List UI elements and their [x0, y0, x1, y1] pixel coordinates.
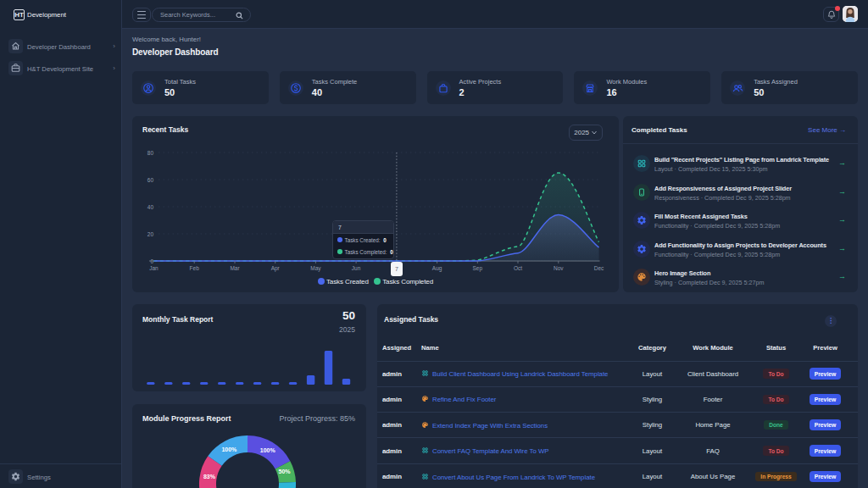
svg-text:60: 60 — [147, 177, 154, 183]
svg-text:20: 20 — [147, 231, 154, 237]
svg-text:Apr: Apr — [271, 265, 281, 272]
svg-text:Jun: Jun — [352, 265, 361, 271]
svg-text:Mar: Mar — [230, 265, 240, 271]
svg-text:May: May — [310, 265, 321, 272]
svg-text:Oct: Oct — [514, 265, 522, 271]
svg-text:50%: 50% — [278, 469, 291, 474]
svg-text:40: 40 — [147, 204, 154, 210]
svg-text:Dec: Dec — [594, 265, 604, 271]
svg-text:100%: 100% — [221, 446, 237, 452]
svg-text:Feb: Feb — [190, 265, 200, 271]
svg-text:Jan: Jan — [149, 265, 159, 271]
svg-text:83%: 83% — [203, 474, 216, 480]
svg-text:Nov: Nov — [554, 265, 564, 271]
svg-text:100%: 100% — [260, 447, 276, 453]
svg-text:80: 80 — [147, 150, 154, 156]
svg-text:Sep: Sep — [473, 265, 483, 272]
svg-text:Aug: Aug — [432, 265, 442, 272]
